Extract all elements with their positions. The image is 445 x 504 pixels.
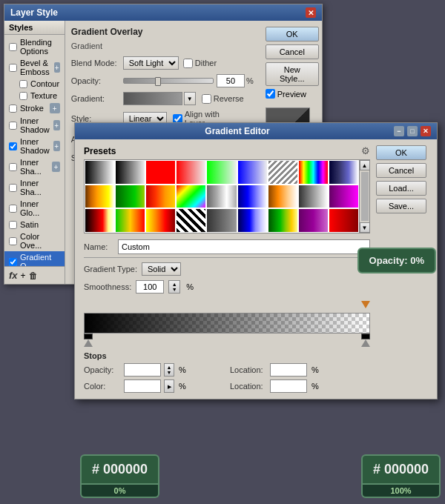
style-gradient-o-checkbox[interactable] [9,258,17,266]
preset-15[interactable] [268,185,298,209]
style-satin-checkbox[interactable] [9,221,17,229]
dither-checkbox[interactable] [183,59,193,68]
stops-opacity-input[interactable] [124,363,161,377]
style-bevel-emboss[interactable]: Bevel & Emboss + [4,57,65,78]
fx-delete-btn[interactable]: 🗑 [29,271,38,281]
style-inner-sha-4[interactable]: Inner Sha... [4,177,65,198]
style-inner-sha-3[interactable]: Inner Sha... + [4,156,65,177]
style-contour[interactable]: Contour [4,78,65,90]
scroll-down-btn[interactable]: ▼ [360,222,370,233]
opacity-slider[interactable] [123,78,214,84]
opacity-stop-right[interactable] [361,301,370,308]
preset-13[interactable] [206,185,237,209]
stops-location-1-input[interactable] [270,363,307,377]
preset-17[interactable] [329,185,359,209]
style-stroke[interactable]: Stroke + [4,102,65,115]
preset-25[interactable] [298,208,329,233]
preset-1[interactable] [115,160,145,185]
scroll-thumb[interactable] [361,172,369,221]
style-inner-shadow-1[interactable]: Inner Shadow + [4,115,65,136]
gradient-preview[interactable] [123,92,182,105]
stroke-add-btn[interactable]: + [50,103,60,113]
layer-style-close-btn[interactable]: ✕ [306,7,316,18]
ge-minimize-btn[interactable]: − [394,126,404,136]
preset-10[interactable] [115,185,145,209]
stops-color-stepper[interactable]: ▶ [164,379,174,393]
style-inner-shadow-2-checkbox[interactable] [9,142,17,150]
style-stroke-checkbox[interactable] [9,105,17,113]
style-texture-checkbox[interactable] [19,92,27,100]
preset-21[interactable] [176,208,206,233]
style-inner-shadow-1-checkbox[interactable] [9,122,17,130]
style-inner-glo-checkbox[interactable] [9,205,17,213]
preset-9[interactable] [85,185,115,209]
style-bevel-checkbox[interactable] [9,64,17,72]
preset-7[interactable] [298,160,329,185]
gradient-type-select[interactable]: Solid [142,262,181,276]
stops-location-2-input[interactable] [270,379,307,393]
preset-20[interactable] [145,208,176,233]
bevel-add-btn[interactable]: + [54,62,60,73]
inner-shadow-2-add-btn[interactable]: + [53,141,60,151]
ge-maximize-btn[interactable]: □ [407,126,418,136]
style-color-ove-checkbox[interactable] [9,237,17,245]
layer-style-cancel-btn[interactable]: Cancel [266,44,319,59]
preset-24[interactable] [268,208,298,233]
opacity-input[interactable] [217,74,245,87]
style-inner-shadow-2[interactable]: Inner Shadow + [4,136,65,156]
preset-3[interactable] [176,160,206,185]
ge-load-btn[interactable]: Load... [376,181,426,196]
gradient-selector[interactable]: ▼ [123,92,196,105]
preset-5[interactable] [237,160,268,185]
layer-style-ok-btn[interactable]: OK [266,27,319,42]
gradient-main-bar[interactable] [84,313,370,334]
preset-16[interactable] [298,185,329,209]
smoothness-input[interactable] [136,280,164,294]
smoothness-stepper[interactable]: ▲ ▼ [168,280,180,294]
preset-19[interactable] [115,208,145,233]
preset-0[interactable] [85,160,115,185]
style-texture[interactable]: Texture [4,90,65,102]
fx-add-btn[interactable]: + [21,271,26,281]
preset-11[interactable] [145,185,176,209]
ge-ok-btn[interactable]: OK [376,145,426,160]
gradient-dropdown[interactable]: ▼ [184,92,196,105]
ge-save-btn[interactable]: Save... [376,199,426,213]
opacity-thumb[interactable] [155,77,161,86]
preset-22[interactable] [206,208,237,233]
preset-6[interactable] [268,160,298,185]
inner-shadow-1-add-btn[interactable]: + [53,120,60,130]
blend-mode-select[interactable]: Soft Light [123,56,179,70]
style-contour-checkbox[interactable] [19,80,27,88]
preset-18[interactable] [85,208,115,233]
smoothness-label: Smoothness: [84,282,131,291]
preset-8[interactable] [329,160,359,185]
preset-14[interactable] [237,185,268,209]
preset-26[interactable] [329,208,359,233]
scroll-up-btn[interactable]: ▲ [360,160,370,170]
style-inner-sha-4-checkbox[interactable] [9,184,17,192]
presets-settings-btn[interactable]: ⚙ [361,145,370,156]
preset-23[interactable] [237,208,268,233]
preset-12[interactable] [176,185,206,209]
preview-checkbox[interactable] [266,89,275,99]
stops-color-input[interactable] [124,379,161,393]
style-blending-checkbox[interactable] [9,43,17,51]
style-satin[interactable]: Satin [4,219,65,231]
reverse-checkbox[interactable] [202,94,211,104]
ge-cancel-btn[interactable]: Cancel [376,163,426,178]
name-input[interactable] [118,239,370,254]
color-stop-left[interactable] [84,334,93,347]
style-color-ove[interactable]: Color Ove... [4,231,65,251]
style-blending-options[interactable]: Blending Options [4,36,65,57]
preset-2[interactable] [145,160,176,185]
ge-close-btn[interactable]: ✕ [421,126,431,136]
style-gradient-o[interactable]: Gradient O... [4,251,65,266]
preset-4[interactable] [206,160,237,185]
style-inner-sha-3-checkbox[interactable] [9,163,17,171]
style-inner-glo[interactable]: Inner Glo... [4,198,65,219]
new-style-btn[interactable]: New Style... [266,62,319,86]
stops-opacity-stepper[interactable]: ▲ ▼ [164,363,174,377]
inner-sha-3-add-btn[interactable]: + [52,162,60,172]
color-stop-right[interactable] [361,334,370,347]
